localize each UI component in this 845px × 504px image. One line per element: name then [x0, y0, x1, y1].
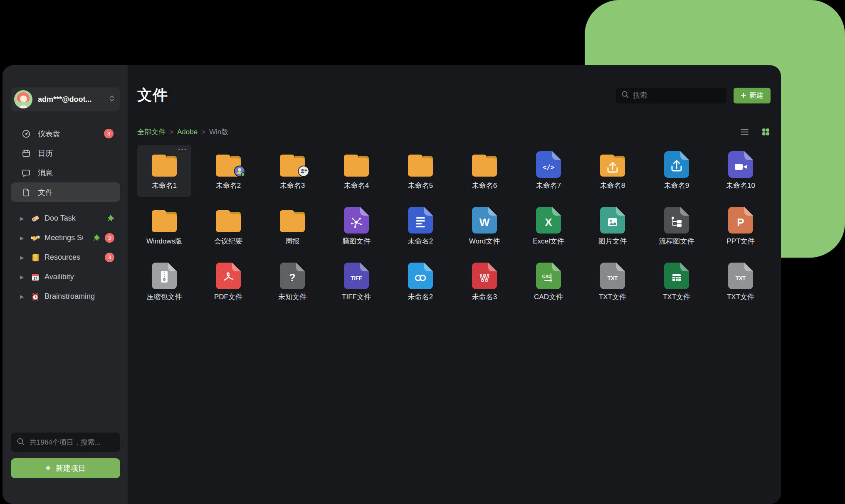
svg-text:P: P: [737, 216, 744, 229]
file-tile-folder[interactable]: 周报: [265, 201, 319, 253]
sidebar-item-1[interactable]: 日历: [11, 143, 120, 163]
notification-badge: 3: [104, 129, 114, 138]
file-icon: [152, 262, 177, 289]
file-tile-folder[interactable]: 未命名5: [393, 145, 447, 197]
breadcrumb-adobe[interactable]: Adobe: [177, 128, 198, 136]
breadcrumb-separator: >: [169, 128, 173, 136]
message-icon: [22, 168, 31, 177]
file-tile-file[interactable]: XExcel文件: [521, 201, 576, 253]
grid-view-icon[interactable]: [761, 127, 771, 137]
file-icon: P: [728, 206, 753, 234]
project-search: [11, 433, 120, 452]
project-label: Doo Task: [44, 214, 76, 223]
file-tile-file[interactable]: CADCAD文件: [521, 256, 576, 308]
file-search-input[interactable]: [633, 91, 725, 100]
file-icon: [344, 206, 369, 234]
expand-arrow-icon[interactable]: ▶: [20, 255, 26, 261]
expand-arrow-icon[interactable]: ▶: [20, 216, 26, 221]
breadcrumb-row: 全部文件 > Adobe > Win版: [137, 127, 771, 137]
project-item-4[interactable]: ▶Brainstroaming: [11, 287, 120, 306]
file-label: 未知文件: [278, 292, 306, 302]
file-tile-folder[interactable]: 未命名3: [265, 145, 319, 197]
project-search-input[interactable]: [30, 438, 121, 447]
file-label: 图片文件: [598, 236, 627, 246]
project-item-1[interactable]: ▶Meetings Sum...3: [11, 228, 120, 248]
file-tile-file[interactable]: 未命名2: [393, 201, 447, 253]
app-window: adm***@doot... 仪表盘3日历消息文件 ▶Doo Task▶Meet…: [2, 65, 781, 504]
file-tile-folder[interactable]: 未命名6: [457, 145, 511, 197]
file-label: 压缩包文件: [147, 292, 182, 302]
file-tile-file[interactable]: TXTTXT文件: [714, 256, 768, 308]
file-label: PPT文件: [726, 236, 754, 246]
file-grid: ···未命名1未命名2未命名3未命名4未命名5未命名6</>未命名7未命名8未命…: [137, 145, 771, 308]
expand-arrow-icon[interactable]: ▶: [20, 274, 26, 280]
svg-text:W: W: [480, 273, 489, 283]
expand-arrow-icon[interactable]: ▶: [20, 235, 26, 241]
list-view-icon[interactable]: [740, 127, 749, 137]
pin-icon: [106, 214, 114, 223]
folder-icon: [279, 206, 306, 234]
project-item-3[interactable]: ▶17Availibity: [11, 267, 120, 287]
new-file-button[interactable]: + 新建: [734, 88, 771, 103]
project-list: ▶Doo Task▶Meetings Sum...3▶Resources3▶17…: [11, 209, 120, 306]
file-tile-file[interactable]: W未命名3: [457, 256, 511, 308]
file-label: 会议纪要: [214, 236, 242, 246]
file-tile-folder[interactable]: ···未命名1: [137, 145, 191, 197]
project-item-0[interactable]: ▶Doo Task: [11, 209, 120, 228]
dashboard-icon: [22, 129, 31, 138]
file-tile-file[interactable]: 脑图文件: [329, 201, 383, 253]
file-icon: [600, 206, 625, 234]
folder-icon: [279, 150, 306, 178]
file-tile-file[interactable]: 图片文件: [586, 201, 640, 253]
file-tile-file[interactable]: 压缩包文件: [137, 256, 191, 308]
file-tile-folder[interactable]: 未命名8: [586, 145, 640, 197]
file-tile-file[interactable]: PDF文件: [201, 256, 255, 308]
sidebar-bottom: + 新建项目: [2, 433, 128, 504]
file-tile-folder[interactable]: Windows版: [137, 201, 191, 253]
folder-icon: [215, 206, 242, 234]
file-tile-folder[interactable]: 未命名4: [329, 145, 383, 197]
page-title: 文件: [137, 85, 168, 106]
project-item-2[interactable]: ▶Resources3: [11, 248, 120, 267]
file-tile-file[interactable]: TXT文件: [650, 256, 704, 308]
more-options-icon[interactable]: ···: [178, 145, 187, 154]
breadcrumb-all-files[interactable]: 全部文件: [137, 127, 166, 137]
plus-icon: +: [45, 464, 51, 473]
file-tile-file[interactable]: ?未知文件: [265, 256, 319, 308]
folder-icon: [407, 150, 434, 178]
sidebar-item-0[interactable]: 仪表盘3: [11, 124, 120, 143]
user-account-chip[interactable]: adm***@doot...: [11, 87, 120, 111]
file-icon: [664, 206, 689, 234]
new-project-button[interactable]: + 新建项目: [11, 458, 120, 478]
project-label: Resources: [44, 253, 80, 262]
sidebar-item-2[interactable]: 消息: [11, 163, 120, 182]
file-tile-folder[interactable]: 未命名2: [201, 145, 255, 197]
file-tile-file[interactable]: 未命名9: [650, 145, 704, 197]
folder-icon: [151, 206, 178, 234]
svg-text:CAD: CAD: [542, 274, 552, 279]
file-tile-file[interactable]: TIFFTIFF文件: [329, 256, 383, 308]
file-tile-file[interactable]: </>未命名7: [521, 145, 576, 197]
search-icon: [621, 91, 629, 100]
file-icon: [408, 206, 433, 234]
file-tile-file[interactable]: PPPT文件: [714, 201, 768, 253]
view-toggles: [740, 127, 771, 137]
file-icon: [408, 262, 433, 289]
file-tile-folder[interactable]: 会议纪要: [201, 201, 255, 253]
file-tile-file[interactable]: TXTTXT文件: [586, 256, 640, 308]
file-icon: W: [472, 262, 497, 289]
avatar: [14, 90, 32, 108]
file-label: 未命名2: [216, 181, 241, 190]
file-tile-file[interactable]: WWord文件: [457, 201, 511, 253]
shared-people-badge: [298, 165, 309, 179]
file-tile-file[interactable]: 流程图文件: [650, 201, 704, 253]
file-tile-file[interactable]: 未命名2: [393, 256, 447, 308]
file-label: 流程图文件: [659, 236, 694, 246]
expand-arrow-icon[interactable]: ▶: [20, 294, 26, 300]
file-tile-file[interactable]: 未命名10: [714, 145, 768, 197]
file-label: 未命名8: [600, 181, 625, 190]
sidebar-item-3[interactable]: 文件: [11, 182, 120, 202]
file-label: CAD文件: [534, 292, 563, 302]
project-label: Availibity: [44, 273, 74, 281]
file-icon: [216, 262, 241, 289]
